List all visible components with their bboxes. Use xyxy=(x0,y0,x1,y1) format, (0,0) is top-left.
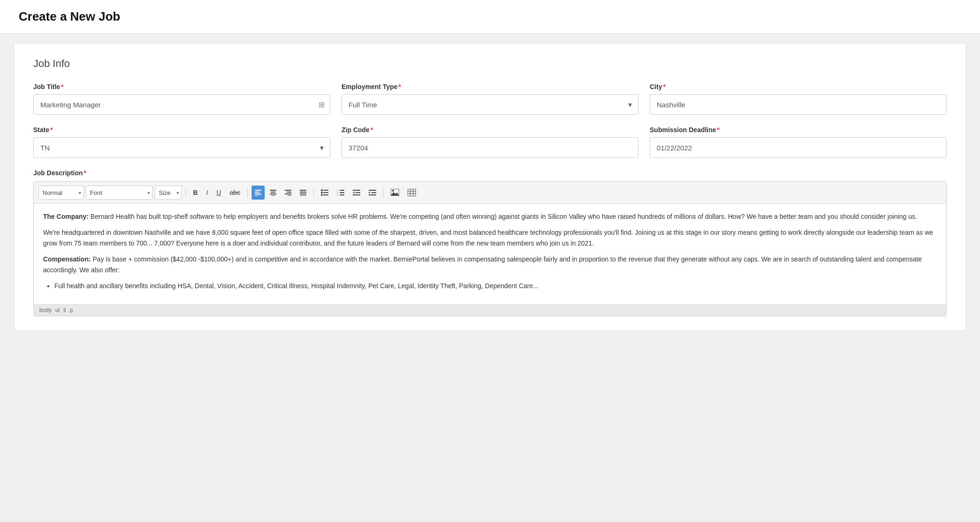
svg-rect-4 xyxy=(270,190,276,191)
insert-table-button[interactable] xyxy=(404,186,419,200)
align-right-icon xyxy=(285,189,291,196)
svg-point-37 xyxy=(392,190,394,192)
page-title: Create a New Job xyxy=(19,9,961,24)
unordered-list-icon xyxy=(321,189,328,196)
svg-rect-8 xyxy=(285,190,291,191)
toolbar-divider-3 xyxy=(313,187,314,198)
align-left-button[interactable] xyxy=(252,186,265,200)
toolbar-divider-4 xyxy=(383,187,384,198)
svg-text:3.: 3. xyxy=(337,194,338,196)
section-title: Job Info xyxy=(33,58,947,70)
editor-toolbar: Normal Heading 1 Heading 2 Heading 3 Blo… xyxy=(34,182,946,204)
editor-body[interactable]: The Company: Bernard Health has built to… xyxy=(34,204,946,304)
para1-text: Bernard Health has built top-shelf softw… xyxy=(89,213,917,220)
submission-deadline-label: Submission Deadline* xyxy=(650,126,947,134)
justify-button[interactable] xyxy=(297,186,310,200)
svg-rect-5 xyxy=(271,192,275,193)
zip-code-input[interactable] xyxy=(342,137,638,158)
required-star: * xyxy=(61,83,63,90)
svg-rect-0 xyxy=(255,190,261,191)
style-select[interactable]: Normal Heading 1 Heading 2 Heading 3 Blo… xyxy=(38,186,84,200)
svg-marker-29 xyxy=(353,192,355,194)
para3-text: Pay is base + commission ($42,000 -$100,… xyxy=(43,255,922,273)
align-center-icon xyxy=(270,189,276,196)
align-left-icon xyxy=(255,189,261,196)
table-icon xyxy=(408,189,416,196)
toolbar-divider-1 xyxy=(186,187,186,198)
state-select[interactable]: TN AL AK AZ CA FL GA xyxy=(33,137,330,158)
svg-point-18 xyxy=(321,192,323,194)
indent-icon xyxy=(369,189,376,196)
employment-type-select-wrapper: Full Time Part Time Contract Temporary I… xyxy=(342,94,638,115)
italic-button[interactable]: I xyxy=(203,186,211,200)
align-center-button[interactable] xyxy=(267,186,280,200)
svg-marker-33 xyxy=(369,192,371,194)
zip-code-group: Zip Code* xyxy=(342,126,638,158)
tag-body: body xyxy=(39,307,52,313)
svg-rect-15 xyxy=(300,195,306,196)
svg-rect-9 xyxy=(287,192,291,193)
job-title-input-wrapper: ⊞ xyxy=(33,94,330,115)
page-header: Create a New Job xyxy=(0,0,980,34)
underline-button[interactable]: U xyxy=(213,186,224,200)
tag-p: p xyxy=(70,307,73,313)
zip-code-label: Zip Code* xyxy=(342,126,638,134)
state-label: State* xyxy=(33,126,330,134)
strikethrough-button[interactable]: abc xyxy=(226,186,244,200)
job-title-group: Job Title* ⊞ xyxy=(33,83,330,115)
svg-rect-21 xyxy=(323,194,328,195)
city-input[interactable] xyxy=(650,94,947,115)
font-select[interactable]: Font Arial Georgia Times New Roman Verda… xyxy=(86,186,153,200)
para1-bold: The Company: xyxy=(43,213,89,220)
editor-footer: body ul li p xyxy=(34,304,946,316)
list-item-1: Full health and ancillary benefits inclu… xyxy=(54,282,538,290)
svg-rect-25 xyxy=(340,192,344,193)
svg-rect-1 xyxy=(255,192,260,193)
employment-type-group: Employment Type* Full Time Part Time Con… xyxy=(342,83,638,115)
svg-rect-34 xyxy=(371,192,376,193)
svg-rect-7 xyxy=(271,195,275,196)
svg-rect-31 xyxy=(353,194,360,195)
svg-rect-10 xyxy=(285,194,291,194)
toolbar-divider-2 xyxy=(247,187,248,198)
job-title-input[interactable] xyxy=(33,94,330,115)
svg-rect-39 xyxy=(408,189,416,196)
bold-button[interactable]: B xyxy=(190,186,201,200)
svg-rect-13 xyxy=(300,192,306,193)
ordered-list-icon: 1.2.3. xyxy=(337,189,344,196)
tag-li: li xyxy=(63,307,66,313)
svg-rect-6 xyxy=(270,194,276,194)
required-star-3: * xyxy=(663,83,665,90)
tag-ul: ul xyxy=(55,307,59,313)
submission-deadline-group: Submission Deadline* xyxy=(650,126,947,158)
size-select[interactable]: Size 8 10 12 14 16 18 24 xyxy=(155,186,182,200)
indent-button[interactable] xyxy=(365,186,379,200)
svg-rect-30 xyxy=(356,192,360,193)
form-row-2: State* TN AL AK AZ CA FL GA ▾ Zip Code* xyxy=(33,126,947,158)
outdent-button[interactable] xyxy=(349,186,364,200)
svg-rect-3 xyxy=(255,195,259,196)
para3-bold: Compensation: xyxy=(43,255,91,263)
svg-rect-2 xyxy=(255,194,261,194)
unordered-list-button[interactable] xyxy=(318,186,332,200)
required-star-5: * xyxy=(371,126,373,134)
font-select-wrapper: Font Arial Georgia Times New Roman Verda… xyxy=(86,186,153,200)
svg-point-16 xyxy=(321,189,323,191)
svg-rect-28 xyxy=(353,190,360,191)
svg-rect-12 xyxy=(300,190,306,191)
ordered-list-button[interactable]: 1.2.3. xyxy=(334,186,348,200)
required-star-2: * xyxy=(399,83,401,90)
style-select-wrapper: Normal Heading 1 Heading 2 Heading 3 Blo… xyxy=(38,186,84,200)
employment-type-select[interactable]: Full Time Part Time Contract Temporary I… xyxy=(342,94,638,115)
outdent-icon xyxy=(353,189,360,196)
svg-rect-14 xyxy=(300,194,306,194)
job-description-label: Job Description* xyxy=(33,169,947,177)
job-title-label: Job Title* xyxy=(33,83,330,90)
para2-text: We're headquartered in downtown Nashvill… xyxy=(43,229,933,246)
align-right-button[interactable] xyxy=(282,186,295,200)
submission-deadline-input[interactable] xyxy=(650,137,947,158)
justify-icon xyxy=(300,189,306,196)
svg-rect-32 xyxy=(369,190,376,191)
insert-image-button[interactable] xyxy=(387,186,402,200)
svg-rect-17 xyxy=(323,190,328,191)
